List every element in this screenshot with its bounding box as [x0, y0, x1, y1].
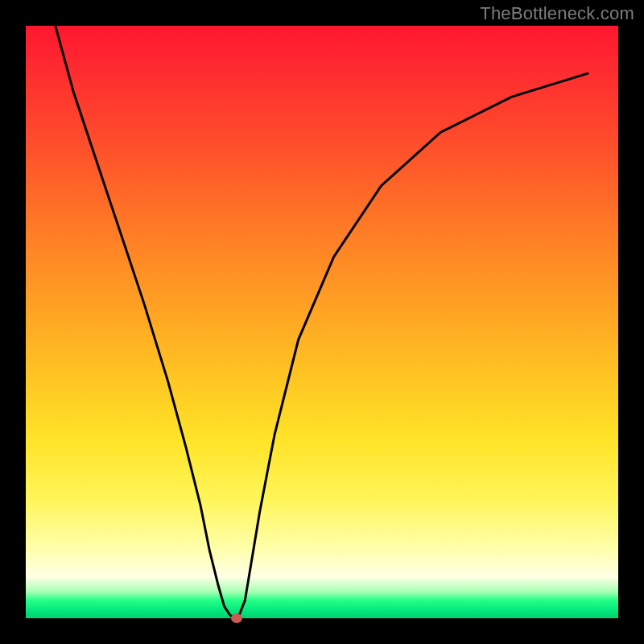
plot-area: [26, 26, 618, 618]
chart-frame: TheBottleneck.com: [0, 0, 644, 644]
bottleneck-curve: [56, 26, 588, 618]
optimal-point-marker: [231, 613, 242, 623]
curve-svg: [26, 26, 618, 618]
watermark-text: TheBottleneck.com: [480, 3, 634, 24]
